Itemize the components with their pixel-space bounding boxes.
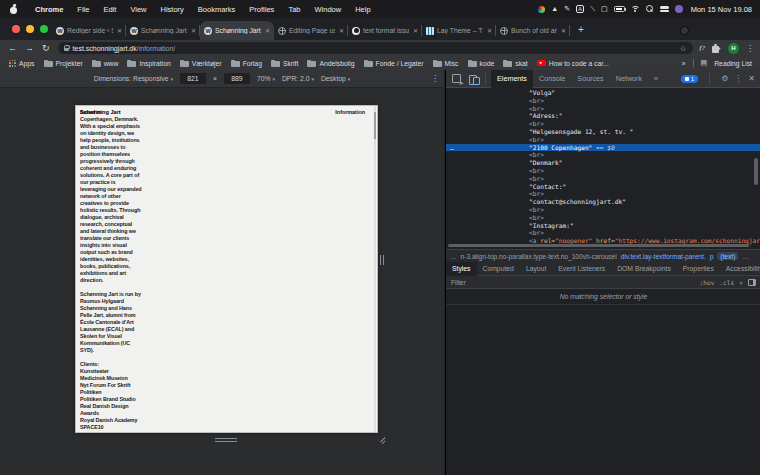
fullscreen-window-button[interactable] (40, 25, 48, 33)
play-status-icon[interactable]: ▲ (551, 5, 558, 13)
issues-badge[interactable]: 1 (681, 75, 698, 83)
viewport-resize-handle-bottom[interactable] (215, 438, 237, 442)
viewport-resize-handle-corner[interactable] (376, 435, 385, 444)
menu-bookmarks[interactable]: Bookmarks (191, 5, 243, 14)
dom-br-tag[interactable]: <br> (446, 206, 760, 214)
bookmarks-overflow-chevron[interactable]: » (682, 60, 686, 67)
tab-close-icon[interactable]: ✕ (412, 27, 418, 34)
bookmark-folder-andelsbolig[interactable]: Andelsbolig (307, 60, 354, 67)
breadcrumb-overflow-right[interactable]: … (742, 253, 749, 260)
devtools-tab-elements[interactable]: Elements (491, 70, 533, 88)
color-wheel-status-icon[interactable] (538, 6, 545, 13)
back-button[interactable]: ← (8, 43, 17, 53)
devtools-menu-icon[interactable]: ⋮ (734, 74, 742, 83)
control-center-icon[interactable] (660, 6, 669, 13)
devtools-more-tabs-chevron[interactable]: » (648, 70, 664, 88)
tab-computed[interactable]: Computed (477, 262, 520, 276)
dom-br-tag[interactable]: <br> (446, 167, 760, 175)
breadcrumb-section-class[interactable]: n-3.align-top.no-parallax.type-text.no_1… (461, 253, 617, 260)
menu-window[interactable]: Window (307, 5, 348, 14)
tab-lay-theme[interactable]: Lay Theme – The D ✕ (422, 21, 496, 40)
bookmark-folder-skat[interactable]: skat (503, 60, 527, 67)
dom-br-tag[interactable]: <br> (446, 136, 760, 144)
bookmark-folder-inspiration[interactable]: Inspiration (127, 60, 170, 67)
dom-text-node[interactable]: "contact@schonningjart.dk" (446, 198, 760, 206)
dom-br-tag[interactable]: <br> (446, 190, 760, 198)
dom-horizontal-scrollbar[interactable] (446, 243, 760, 248)
viewport-width-input[interactable] (180, 73, 206, 84)
page-nav-information[interactable]: Information (335, 109, 365, 115)
profile-avatar[interactable]: H (728, 43, 739, 54)
tab-close-icon[interactable]: ✕ (338, 27, 344, 34)
dom-selected-text-node[interactable]: … "2100 Copenhagen" == $0 (446, 144, 760, 152)
backslash-status-icon[interactable]: ⟍ (590, 5, 595, 13)
chrome-menu-icon[interactable]: ⋮ (746, 44, 754, 53)
new-style-rule-button[interactable]: + (739, 279, 743, 286)
menu-view[interactable]: View (123, 5, 153, 14)
page-scrollbar-track[interactable] (374, 106, 376, 432)
toggle-class-button[interactable]: .cls (719, 279, 734, 286)
bookmark-folder-www[interactable]: www (92, 60, 119, 67)
styles-filter-input[interactable]: Filter (446, 279, 699, 286)
tab-editing-page[interactable]: Editing Page using ✕ (274, 21, 348, 40)
minimize-window-button[interactable] (26, 25, 34, 33)
dom-br-tag[interactable]: <br> (446, 97, 760, 105)
tab-close-icon[interactable]: ✕ (264, 27, 270, 34)
dom-text-node[interactable]: "Volga" (446, 89, 760, 97)
menu-history[interactable]: History (154, 5, 191, 14)
dom-text-node[interactable]: "Denmark" (446, 159, 760, 167)
menu-bar-clock[interactable]: Mon 15 Nov 19.08 (691, 5, 752, 14)
menu-chrome[interactable]: Chrome (28, 5, 70, 14)
devtools-settings-gear-icon[interactable]: ⚙ (721, 74, 728, 83)
dom-text-node[interactable]: "Instagram:" (446, 222, 760, 230)
battery-icon[interactable] (614, 6, 625, 12)
siri-icon[interactable] (675, 5, 683, 13)
menu-profiles[interactable]: Profiles (242, 5, 281, 14)
dom-br-tag[interactable]: <br> (446, 214, 760, 222)
omnibox-url-field[interactable]: test.schonningjart.dk/information/ ☆ (58, 42, 693, 54)
dom-br-tag[interactable]: <br> (446, 175, 760, 183)
tab-close-icon[interactable]: ✕ (190, 27, 196, 34)
forward-button[interactable]: → (25, 43, 34, 53)
tab-schonning-jart-2-active[interactable]: W Schønning Jart — I ✕ (200, 21, 274, 40)
tab-close-icon[interactable]: ✕ (560, 27, 566, 34)
dom-vertical-scrollbar[interactable] (754, 158, 758, 185)
dom-br-tag[interactable]: <br> (446, 229, 760, 237)
throttle-select[interactable]: Desktop ▾ (321, 75, 350, 82)
tab-close-icon[interactable]: ✕ (116, 27, 122, 34)
wifi-icon[interactable] (631, 6, 640, 13)
dom-br-tag[interactable]: <br> (446, 105, 760, 113)
spotlight-search-icon[interactable] (646, 5, 654, 13)
tab-dom-breakpoints[interactable]: DOM Breakpoints (611, 262, 677, 276)
apple-logo-icon[interactable] (10, 5, 18, 14)
breadcrumb-div-text[interactable]: div.text.lay-textformat-parent. (621, 253, 706, 260)
menu-help[interactable]: Help (348, 5, 377, 14)
devtools-tab-network[interactable]: Network (610, 70, 648, 88)
devtools-close-icon[interactable]: ✕ (748, 74, 755, 83)
dom-br-tag[interactable]: <br> (446, 120, 760, 128)
menu-file[interactable]: File (70, 5, 96, 14)
text-app-status-icon[interactable]: A (576, 5, 584, 13)
dom-br-tag[interactable]: <br> (446, 151, 760, 159)
dom-text-node[interactable]: "Contact:" (446, 183, 760, 191)
site-title-overlay[interactable]: Schønning Jart (80, 109, 121, 115)
tab-accessibility[interactable]: Accessibility (720, 262, 760, 276)
tab-bunch-of-old[interactable]: Bunch of old annoy ✕ (496, 21, 570, 40)
tab-rediger-side[interactable]: W Rediger side ‹ Sch ✕ (52, 21, 126, 40)
pen-status-icon[interactable]: ✎ (564, 5, 570, 13)
reading-list-button[interactable]: Reading List (714, 60, 752, 67)
page-scrollbar-thumb[interactable] (374, 112, 376, 139)
lock-icon[interactable] (64, 45, 69, 51)
tab-search-icon[interactable] (680, 26, 689, 35)
bookmark-star-icon[interactable]: ☆ (680, 44, 687, 53)
reload-button[interactable]: ↻ (42, 43, 50, 53)
tab-text-format-issue[interactable]: text format issue: t ✕ (348, 21, 422, 40)
breadcrumb-overflow[interactable]: … (450, 253, 457, 260)
inspect-element-icon[interactable] (451, 73, 463, 85)
tab-schonning-jart-1[interactable]: W Schønning Jart — I ✕ (126, 21, 200, 40)
tab-properties[interactable]: Properties (677, 262, 720, 276)
bookmark-folder-kode[interactable]: kode (468, 60, 495, 67)
bookmark-folder-projekter[interactable]: Projekter (44, 60, 83, 67)
toggle-hover-state-button[interactable]: :hov (699, 279, 714, 286)
device-toolbar-menu-icon[interactable]: ⋮ (431, 74, 439, 83)
